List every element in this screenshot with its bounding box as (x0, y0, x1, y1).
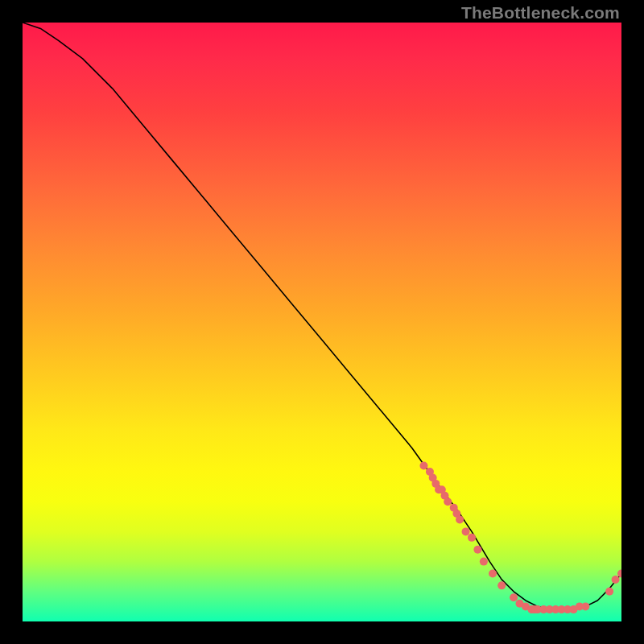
data-point (489, 569, 497, 577)
data-point (612, 576, 620, 584)
data-point (444, 497, 452, 506)
data-point (581, 602, 589, 610)
watermark-text: TheBottleneck.com (461, 3, 620, 23)
data-point (480, 558, 488, 566)
scatter-points (419, 462, 621, 614)
data-point (462, 527, 470, 535)
data-point (468, 534, 476, 542)
chart-svg (23, 23, 621, 621)
plot-area (23, 23, 621, 621)
bottleneck-curve (23, 23, 621, 609)
data-point (510, 593, 518, 601)
data-point (419, 462, 427, 470)
data-point (605, 588, 613, 596)
data-point (456, 516, 464, 524)
data-point (473, 546, 481, 554)
data-point (497, 581, 506, 589)
chart-container: TheBottleneck.com (0, 0, 644, 644)
data-point (617, 569, 621, 577)
